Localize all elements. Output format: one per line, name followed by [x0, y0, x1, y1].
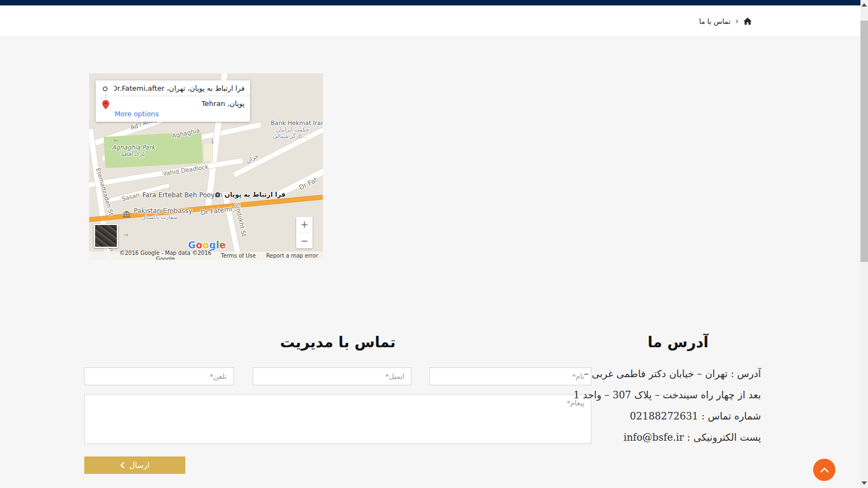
phone-input[interactable] — [84, 367, 234, 385]
more-options-link[interactable]: More options — [115, 110, 159, 118]
breadcrumb-separator: ‹ — [735, 17, 739, 26]
contact-form-title: تماس با مدیریت — [84, 334, 591, 351]
map-label-park-fa: پارک آقاقیا — [121, 151, 145, 157]
address-block: آدرس : تهران – خیابان دکتر فاطمی غربی – … — [516, 367, 761, 452]
road-arrow-icon: ↓ — [210, 137, 215, 145]
satellite-view-thumbnail[interactable] — [94, 224, 118, 248]
map-label-sasan: Sasan — [121, 191, 140, 203]
zoom-out-button[interactable]: − — [296, 233, 313, 249]
address-title: آدرس ما — [595, 334, 761, 351]
address-line: بعد از چهار راه سیندخت – پلاک 307 – واحد… — [516, 389, 761, 402]
send-button[interactable]: ارسال — [84, 456, 185, 474]
terms-of-use-link[interactable]: Terms of Use — [216, 253, 261, 259]
scrollbar-down-arrow[interactable] — [861, 481, 867, 485]
map-label-park-en: Aghaghia Park — [112, 144, 155, 151]
route-dot — [105, 97, 107, 98]
map-building — [203, 143, 213, 161]
map-label-embassy-en: Pakistan Embassy — [134, 207, 192, 215]
chevron-left-icon — [120, 462, 124, 468]
top-accent-bar — [0, 0, 860, 5]
map-zoom-control: + − — [296, 217, 313, 248]
breadcrumb-bar: ‹ تماس با ما — [0, 5, 860, 37]
map-label-embassy-fa: سفارت پاکستان — [141, 214, 178, 220]
scrollbar-up-arrow[interactable] — [861, 3, 867, 7]
address-line: شماره تماس : 02188272631 — [516, 410, 761, 423]
report-map-error-link[interactable]: Report a map error — [261, 253, 323, 259]
map-label-vahid: Vahid Deadlock — [163, 163, 209, 177]
map-marker-icon[interactable] — [215, 192, 220, 197]
zoom-in-button[interactable]: + — [296, 217, 313, 233]
map-directions-card: فرا ارتباط به پویان، تهران، West Dr.Fate… — [96, 80, 250, 122]
breadcrumb-current-page: تماس با ما — [699, 17, 730, 26]
embassy-icon — [123, 209, 130, 220]
map-label-bank-en: Bank Hekmat Iranian — [271, 120, 323, 127]
message-textarea[interactable] — [84, 394, 591, 444]
route-destination-text: پویان, Tehran — [114, 96, 245, 111]
send-button-label: ارسال — [129, 461, 149, 470]
chevron-up-icon — [819, 466, 830, 474]
route-origin-text: فرا ارتباط به پویان، تهران، West Dr.Fate… — [114, 81, 245, 96]
email-input[interactable] — [253, 367, 411, 385]
page-scrollbar — [860, 0, 868, 488]
home-icon[interactable] — [744, 17, 752, 25]
address-line: آدرس : تهران – خیابان دکتر فاطمی غربی – — [516, 367, 761, 380]
breadcrumb: ‹ تماس با ما — [699, 5, 752, 37]
google-map[interactable]: Ad'l Alley Aghaghia Aghaghia Park پارک آ… — [89, 73, 323, 260]
map-label-fara-en: Fara Ertebat Beh Pooyan — [142, 191, 223, 199]
google-logo[interactable]: Google — [188, 240, 226, 251]
map-attribution-bar: ©2016 Google - Map data ©2016 Google Ter… — [89, 252, 323, 260]
origin-point-icon — [103, 86, 108, 91]
map-label-fara-fa: فرا ارتباط به پویان — [224, 191, 285, 198]
address-line: پست الکترونیکی : info@bsfe.ir — [516, 431, 761, 444]
map-label-bank-fa1: حکمت ایرانیان — [276, 127, 309, 133]
scroll-to-top-button[interactable] — [813, 459, 835, 481]
map-copyright: ©2016 Google - Map data ©2016 Google — [89, 250, 216, 260]
map-label-bank-fa2: کارگر شمالی... — [273, 133, 308, 139]
road-arrow-icon: → — [123, 231, 128, 239]
road-arrow-icon: ← — [114, 136, 119, 144]
destination-pin-icon — [102, 100, 109, 111]
scrollbar-thumb[interactable] — [860, 21, 868, 262]
route-dot — [105, 95, 107, 96]
